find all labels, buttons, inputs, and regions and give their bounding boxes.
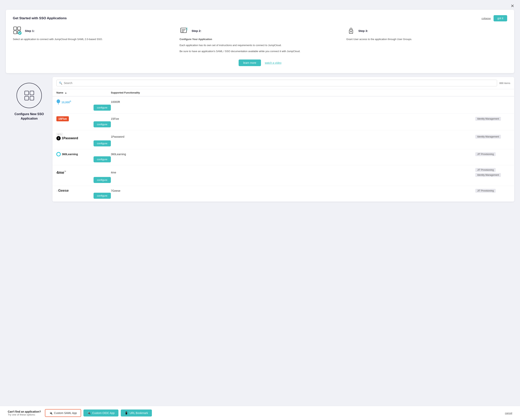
search-input[interactable] bbox=[64, 82, 495, 85]
configure-button-1password[interactable]: configure bbox=[94, 140, 111, 146]
saml-icon: 🔌 bbox=[49, 412, 53, 414]
step-3: Step 3: Grant User access to the applica… bbox=[346, 26, 507, 53]
grid-cell-1 bbox=[24, 91, 29, 95]
step-2-heading: Step 2: bbox=[192, 29, 201, 32]
app-name-cell: 15Five bbox=[111, 117, 475, 120]
configure-button-4me[interactable]: configure bbox=[94, 177, 111, 183]
app-name-cell: 10000ft bbox=[111, 100, 475, 104]
logo-7geese: ···Geese bbox=[56, 189, 69, 193]
configure-button-10000ft[interactable]: configure bbox=[94, 105, 111, 111]
sso-logo-circle bbox=[16, 83, 42, 108]
360-ring bbox=[56, 152, 61, 156]
app-actions-cell: configure bbox=[56, 105, 111, 111]
search-wrapper: 🔍 bbox=[56, 80, 497, 86]
step-3-body: Grant User access to the application thr… bbox=[346, 37, 507, 41]
search-bar-row: 🔍 888 items bbox=[53, 77, 514, 89]
app-logo-360learning: 360Learning bbox=[56, 152, 111, 156]
app-features-cell: JIT Provisioning Identity Management bbox=[475, 168, 510, 177]
1password-text: 1Password bbox=[62, 136, 78, 140]
configure-button-360learning[interactable]: configure bbox=[94, 156, 111, 162]
beta-badge: BETA bbox=[56, 133, 63, 136]
sso-grid-icon bbox=[24, 91, 34, 100]
app-name-cell: 1Password bbox=[111, 135, 475, 138]
logo-10000ft: 10,000ft bbox=[56, 99, 71, 105]
feature-badge: Identity Management bbox=[475, 173, 501, 177]
col-name-header[interactable]: Name ▲ bbox=[56, 91, 111, 94]
feature-badge: JIT Provisioning bbox=[475, 168, 496, 172]
app-row: ···Geese 7Geese JIT Provisioning configu… bbox=[53, 186, 514, 202]
app-logo-1password: BETA 1 1Password bbox=[56, 133, 111, 140]
grid-cell-2 bbox=[30, 91, 34, 95]
app-name-logo: 10,000ft bbox=[61, 100, 71, 104]
app-logo-7geese: ···Geese bbox=[56, 189, 111, 193]
logo-360learning: 360Learning bbox=[56, 152, 78, 156]
custom-oidc-button[interactable]: 🔌 Custom OIDC App bbox=[83, 410, 118, 417]
cant-find-text: Can't find an application? Try one of th… bbox=[8, 410, 41, 416]
feature-badge: JIT Provisioning bbox=[475, 152, 496, 156]
items-count: 888 items bbox=[499, 82, 510, 85]
logo-4me: 4me™ bbox=[56, 170, 66, 175]
app-row: 15Five 15Five Identity Management config… bbox=[53, 113, 514, 130]
url-bookmark-button[interactable]: 📱 URL Bookmark bbox=[121, 410, 152, 417]
app-list-area: 🔍 888 items Name ▲ Supported Functionali… bbox=[53, 77, 514, 202]
app-logo-4me: 4me™ bbox=[56, 170, 111, 175]
configure-button-15five[interactable]: configure bbox=[94, 121, 111, 127]
app-actions-cell: configure bbox=[56, 193, 111, 199]
cant-find-title: Can't find an application? bbox=[8, 410, 41, 413]
app-row: 4me™ 4me JIT Provisioning Identity Manag… bbox=[53, 165, 514, 186]
step-1-heading: Step 1: bbox=[25, 29, 35, 32]
table-header: Name ▲ Supported Functionality bbox=[53, 89, 514, 97]
step-3-heading: Step 3: bbox=[358, 29, 368, 32]
col-actions-header bbox=[475, 91, 510, 94]
step-2: Step 2: Configure Your Application Each … bbox=[180, 26, 340, 53]
app-actions-cell: configure bbox=[56, 177, 111, 183]
app-actions-cell: configure bbox=[56, 140, 111, 146]
cant-find-subtitle: Try one of these options: bbox=[8, 413, 41, 416]
svg-rect-1 bbox=[17, 27, 21, 30]
app-row: 360Learning 360Learning JIT Provisioning… bbox=[53, 149, 514, 165]
step-2-header: Step 2: bbox=[180, 26, 340, 35]
360learning-text: 360Learning bbox=[62, 153, 78, 156]
got-it-button[interactable]: got it bbox=[494, 15, 507, 21]
svg-point-14 bbox=[57, 99, 60, 103]
logo-1password-wrapper: BETA 1 1Password bbox=[56, 133, 78, 140]
search-icon: 🔍 bbox=[59, 82, 62, 85]
cancel-button[interactable]: cancel bbox=[505, 412, 512, 414]
1password-icon: 1 bbox=[56, 136, 61, 140]
step-3-icon bbox=[346, 26, 356, 35]
collapse-button[interactable]: collapse bbox=[482, 17, 491, 20]
app-name-cell: 4me bbox=[111, 171, 475, 174]
svg-point-4 bbox=[18, 31, 22, 35]
oidc-icon: 🔌 bbox=[87, 412, 91, 414]
bottom-buttons: 🔌 Custom SAML App 🔌 Custom OIDC App 📱 UR… bbox=[45, 409, 152, 417]
steps-grid: Step 1: Select an application to connect… bbox=[13, 26, 507, 53]
get-started-panel: Get Started with SSO Applications collap… bbox=[6, 10, 514, 73]
svg-rect-0 bbox=[14, 27, 17, 30]
logo-15five: 15Five bbox=[56, 116, 69, 121]
watch-video-button[interactable]: watch a video bbox=[265, 61, 282, 64]
step-2-icon bbox=[180, 26, 189, 35]
grid-cell-4 bbox=[30, 96, 34, 100]
step-2-body: Configure Your Application Each applicat… bbox=[180, 37, 340, 53]
svg-point-13 bbox=[350, 31, 352, 32]
app-features-cell: Identity Management bbox=[475, 117, 510, 121]
app-features-cell: JIT Provisioning bbox=[475, 189, 510, 193]
configure-button-7geese[interactable]: configure bbox=[94, 193, 111, 199]
app-actions-cell: configure bbox=[56, 156, 111, 162]
app-logo-10000ft: 10,000ft bbox=[56, 99, 111, 105]
panel-header: Get Started with SSO Applications collap… bbox=[13, 15, 507, 21]
bottom-bar: Can't find an application? Try one of th… bbox=[0, 406, 520, 420]
app-actions-cell: configure bbox=[56, 121, 111, 127]
close-button[interactable]: ✕ bbox=[511, 3, 514, 8]
app-name-cell: 360Learning bbox=[111, 153, 475, 156]
feature-badge: JIT Provisioning bbox=[475, 189, 496, 193]
app-features-cell: Identity Management bbox=[475, 135, 510, 139]
custom-saml-button[interactable]: 🔌 Custom SAML App bbox=[45, 409, 81, 417]
panel-title: Get Started with SSO Applications bbox=[13, 16, 67, 20]
balloon-svg bbox=[56, 99, 60, 105]
step-1-icon bbox=[13, 26, 22, 35]
step-1-body: Select an application to connect with Ju… bbox=[13, 37, 174, 41]
app-name-cell: 7Geese bbox=[111, 189, 475, 192]
feature-badge: Identity Management bbox=[475, 135, 501, 139]
learn-more-button[interactable]: learn more bbox=[239, 60, 261, 66]
